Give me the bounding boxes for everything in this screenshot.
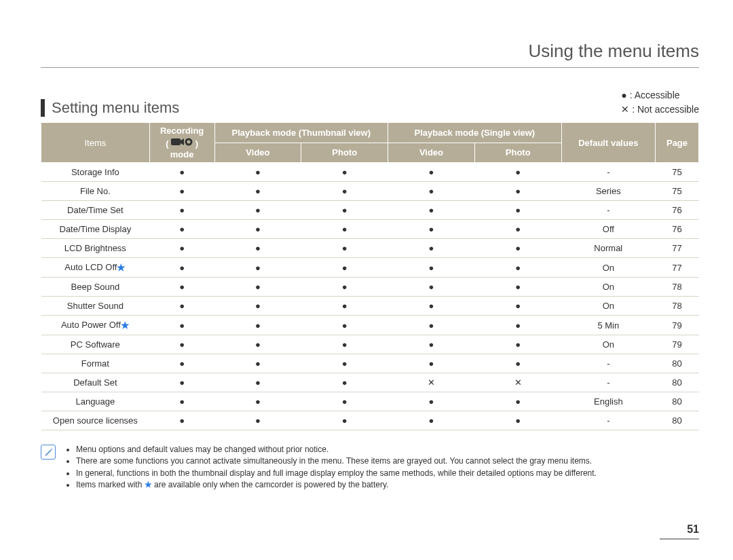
- access-cell: ●: [149, 392, 214, 411]
- access-cell: ●: [388, 258, 475, 278]
- access-cell: ●: [149, 316, 214, 335]
- page-ref: 78: [656, 297, 699, 316]
- item-name: File No.: [41, 182, 150, 201]
- page-number: 51: [660, 523, 699, 540]
- section-header: Setting menu items ● : Accessible ✕ : No…: [41, 88, 699, 117]
- access-cell: ●: [388, 163, 475, 182]
- access-cell: ●: [474, 335, 561, 354]
- access-cell: ✕: [388, 373, 475, 392]
- access-cell: ●: [388, 220, 475, 239]
- access-cell: ✕: [474, 373, 561, 392]
- access-cell: ●: [388, 354, 475, 373]
- item-name: Format: [41, 354, 150, 373]
- access-cell: ●: [301, 392, 388, 411]
- page-title: Using the menu items: [41, 41, 699, 68]
- item-name: Open source licenses: [41, 411, 150, 430]
- access-cell: ●: [214, 182, 301, 201]
- access-cell: ●: [474, 354, 561, 373]
- access-cell: ●: [301, 297, 388, 316]
- page-ref: 80: [656, 373, 699, 392]
- access-cell: ●: [214, 354, 301, 373]
- item-name: Shutter Sound: [41, 297, 150, 316]
- default-value: Normal: [561, 239, 655, 258]
- access-cell: ●: [388, 297, 475, 316]
- default-value: 5 Min: [561, 316, 655, 335]
- table-row: Date/Time Display●●●●●Off76: [41, 220, 699, 239]
- access-cell: ●: [301, 278, 388, 297]
- default-value: On: [561, 297, 655, 316]
- table-row: Auto Power Off★●●●●●5 Min79: [41, 316, 699, 335]
- th-recording: Recording ( ) mode: [149, 123, 214, 163]
- default-value: On: [561, 278, 655, 297]
- access-cell: ●: [388, 335, 475, 354]
- th-single-photo: Photo: [474, 143, 561, 163]
- access-cell: ●: [474, 201, 561, 220]
- access-cell: ●: [301, 373, 388, 392]
- page-ref: 78: [656, 278, 699, 297]
- access-cell: ●: [301, 239, 388, 258]
- table-row: Default Set●●●✕✕-80: [41, 373, 699, 392]
- access-cell: ●: [474, 278, 561, 297]
- footnote-list: Menu options and default values may be c…: [64, 444, 597, 491]
- page-ref: 75: [656, 163, 699, 182]
- access-cell: ●: [149, 220, 214, 239]
- table-row: Shutter Sound●●●●●On78: [41, 297, 699, 316]
- access-cell: ●: [149, 335, 214, 354]
- th-default: Default values: [561, 123, 655, 163]
- page-ref: 76: [656, 220, 699, 239]
- th-single-video: Video: [388, 143, 475, 163]
- note-icon: [41, 445, 56, 460]
- table-row: LCD Brightness●●●●●Normal77: [41, 239, 699, 258]
- access-cell: ●: [214, 220, 301, 239]
- table-row: PC Software●●●●●On79: [41, 335, 699, 354]
- camcorder-icon: [171, 137, 193, 149]
- access-cell: ●: [388, 392, 475, 411]
- settings-table: Items Recording ( ) mode Playback mode (…: [41, 122, 699, 430]
- access-cell: ●: [474, 392, 561, 411]
- access-cell: ●: [149, 163, 214, 182]
- access-cell: ●: [474, 220, 561, 239]
- access-cell: ●: [149, 258, 214, 278]
- footnote-item: Menu options and default values may be c…: [76, 444, 597, 455]
- access-cell: ●: [214, 239, 301, 258]
- legend-accessible: ● : Accessible: [621, 88, 699, 102]
- access-cell: ●: [149, 239, 214, 258]
- access-cell: ●: [474, 182, 561, 201]
- table-row: Beep Sound●●●●●On78: [41, 278, 699, 297]
- default-value: Series: [561, 182, 655, 201]
- access-cell: ●: [301, 220, 388, 239]
- th-thumb-video: Video: [214, 143, 301, 163]
- access-cell: ●: [474, 239, 561, 258]
- item-name: Beep Sound: [41, 278, 150, 297]
- footnote-item: There are some functions you cannot acti…: [76, 455, 597, 467]
- page-ref: 80: [656, 392, 699, 411]
- access-cell: ●: [388, 182, 475, 201]
- access-cell: ●: [301, 411, 388, 430]
- th-playback-thumb: Playback mode (Thumbnail view): [214, 123, 388, 143]
- recording-mode-icons: ( ): [166, 138, 198, 149]
- default-value: -: [561, 163, 655, 182]
- default-value: Off: [561, 220, 655, 239]
- access-cell: ●: [214, 278, 301, 297]
- table-row: Storage Info●●●●●-75: [41, 163, 699, 182]
- access-cell: ●: [474, 297, 561, 316]
- default-value: English: [561, 392, 655, 411]
- default-value: On: [561, 335, 655, 354]
- access-cell: ●: [301, 354, 388, 373]
- th-recording-top: Recording: [160, 126, 204, 136]
- default-value: -: [561, 411, 655, 430]
- table-row: File No.●●●●●Series75: [41, 182, 699, 201]
- access-cell: ●: [388, 239, 475, 258]
- access-cell: ●: [149, 354, 214, 373]
- access-cell: ●: [214, 316, 301, 335]
- th-page: Page: [656, 123, 699, 163]
- item-name: Auto Power Off★: [41, 316, 150, 335]
- legend: ● : Accessible ✕ : Not accessible: [621, 88, 699, 117]
- access-cell: ●: [388, 201, 475, 220]
- item-name: Default Set: [41, 373, 150, 392]
- access-cell: ●: [301, 316, 388, 335]
- svg-rect-0: [171, 138, 181, 145]
- star-icon: ★: [121, 320, 130, 331]
- legend-not-accessible: ✕ : Not accessible: [621, 102, 699, 117]
- footnote-item: In general, functions in both the thumbn…: [76, 468, 597, 479]
